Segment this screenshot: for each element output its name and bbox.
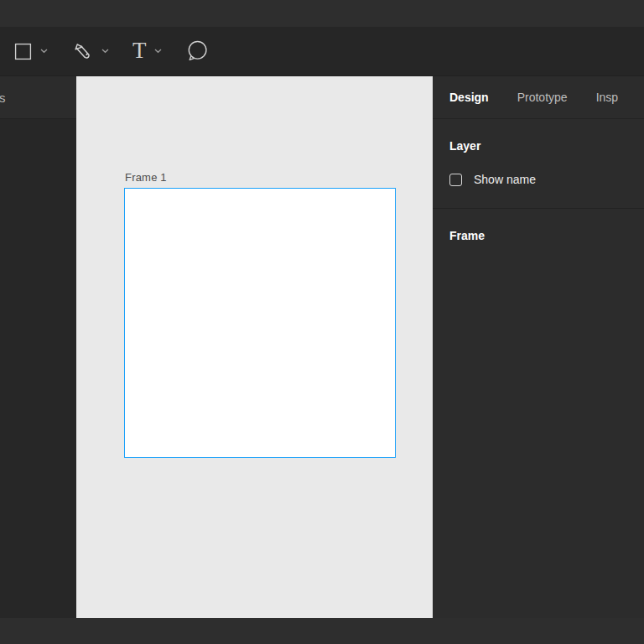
frame-name-label[interactable]: Frame 1 xyxy=(125,171,167,184)
left-panel-edge: s xyxy=(0,76,76,618)
tab-prototype[interactable]: Prototype xyxy=(517,91,568,104)
comment-bubble-icon xyxy=(185,39,209,63)
frame-section-title: Frame xyxy=(449,209,644,242)
toolbar: T xyxy=(0,27,644,76)
text-tool-button[interactable]: T xyxy=(131,38,148,65)
pen-tool-dropdown[interactable] xyxy=(98,45,112,57)
app-window: T xyxy=(0,0,644,644)
left-panel-tabrow[interactable]: s xyxy=(0,76,76,119)
pen-tool-group xyxy=(70,39,112,65)
canvas[interactable]: Frame 1 xyxy=(76,76,433,618)
text-tool-group: T xyxy=(131,38,165,65)
comment-tool-button[interactable] xyxy=(184,38,210,65)
shape-tool-dropdown[interactable] xyxy=(37,45,51,57)
panel-tabs: Design Prototype Insp xyxy=(433,76,644,119)
layer-section-title: Layer xyxy=(449,119,644,153)
chevron-down-icon xyxy=(40,49,48,54)
shape-tool-group xyxy=(12,40,51,63)
show-name-checkbox[interactable] xyxy=(449,174,462,186)
comment-tool-group xyxy=(184,38,210,65)
layer-section: Layer Show name xyxy=(433,119,644,209)
window-bottom-strip xyxy=(0,618,644,644)
rectangle-icon xyxy=(13,42,33,61)
frame-section: Frame xyxy=(433,209,644,242)
pen-tool-button[interactable] xyxy=(70,39,96,65)
left-panel-content xyxy=(0,119,76,618)
show-name-label: Show name xyxy=(474,173,536,186)
shape-tool-button[interactable] xyxy=(12,40,34,63)
workspace: s Frame 1 Design Prototype Insp Layer Sh… xyxy=(0,76,644,618)
left-panel-cutoff-text: s xyxy=(0,91,6,105)
tab-inspect[interactable]: Insp xyxy=(596,91,618,104)
properties-panel: Design Prototype Insp Layer Show name Fr… xyxy=(433,76,644,618)
chevron-down-icon xyxy=(154,49,162,54)
frame-1[interactable] xyxy=(124,188,396,458)
show-name-row[interactable]: Show name xyxy=(449,173,644,186)
tab-design[interactable]: Design xyxy=(449,91,489,104)
window-top-strip xyxy=(0,0,644,27)
chevron-down-icon xyxy=(101,49,109,54)
text-tool-dropdown[interactable] xyxy=(151,45,165,57)
pen-icon xyxy=(71,40,94,63)
text-tool-icon: T xyxy=(132,39,147,64)
